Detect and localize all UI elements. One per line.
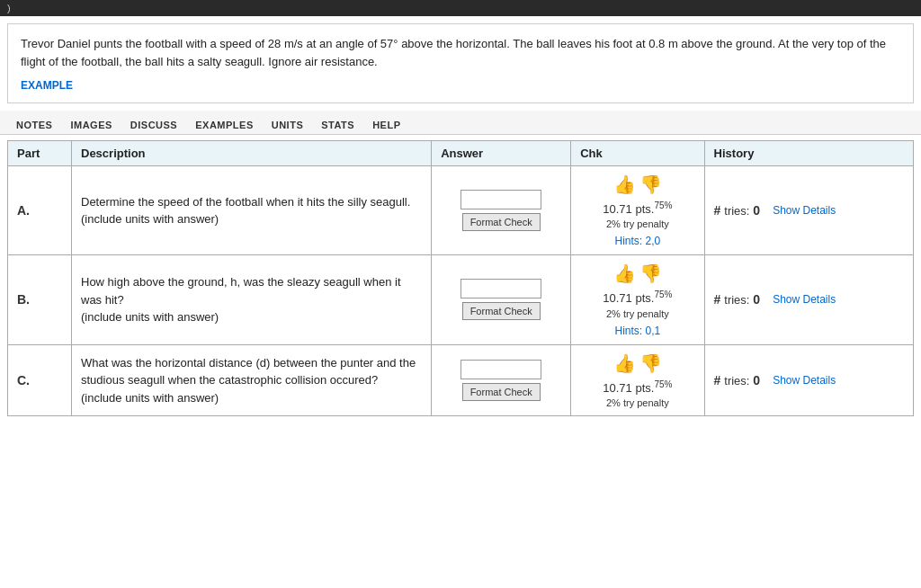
part-a-chk-cell: 👍 👎 10.71 pts.75% 2% try penalty Hints: … bbox=[571, 166, 704, 255]
tab-notes[interactable]: NOTES bbox=[7, 116, 61, 134]
tab-units[interactable]: UNITS bbox=[263, 116, 313, 134]
col-description: Description bbox=[72, 141, 432, 166]
part-b-description-text: How high above the ground, h, was the sl… bbox=[81, 275, 401, 324]
part-a-tries: # tries: 0 bbox=[714, 203, 761, 218]
part-b-history-cell: # tries: 0 Show Details bbox=[704, 255, 913, 344]
part-c-thumbs: 👍 👎 bbox=[613, 352, 662, 374]
part-b-format-check-button[interactable]: Format Check bbox=[462, 302, 541, 320]
tabs-bar: NOTES IMAGES DISCUSS EXAMPLES UNITS STAT… bbox=[0, 111, 921, 135]
part-a-format-check-button[interactable]: Format Check bbox=[462, 213, 541, 231]
part-b-description: How high above the ground, h, was the sl… bbox=[72, 255, 432, 344]
tab-stats[interactable]: STATS bbox=[312, 116, 363, 134]
col-history: History bbox=[704, 141, 913, 166]
part-b-tries: # tries: 0 bbox=[714, 292, 761, 307]
part-c-pts: 10.71 pts.75% bbox=[603, 379, 672, 395]
thumb-down-icon: 👎 bbox=[639, 352, 662, 374]
part-c-description: What was the horizontal distance (d) bet… bbox=[72, 344, 432, 415]
main-table: Part Description Answer Chk History A. D… bbox=[7, 140, 914, 416]
example-link[interactable]: EXAMPLE bbox=[21, 79, 900, 92]
part-b-label: B. bbox=[8, 255, 72, 344]
part-c-penalty: 2% try penalty bbox=[606, 397, 669, 408]
part-c-format-check-button[interactable]: Format Check bbox=[462, 383, 541, 401]
part-c-label: C. bbox=[8, 344, 72, 415]
part-b-penalty: 2% try penalty bbox=[606, 308, 669, 319]
part-b-pts: 10.71 pts.75% bbox=[603, 290, 672, 305]
problem-text: Trevor Daniel punts the football with a … bbox=[21, 35, 900, 70]
part-c-answer-input[interactable] bbox=[460, 360, 541, 379]
col-answer: Answer bbox=[432, 141, 571, 166]
part-c-chk-cell: 👍 👎 10.71 pts.75% 2% try penalty bbox=[571, 344, 704, 415]
part-a-answer-input[interactable] bbox=[460, 190, 541, 209]
part-b-chk-cell: 👍 👎 10.71 pts.75% 2% try penalty Hints: … bbox=[571, 255, 704, 344]
part-c-tries: # tries: 0 bbox=[714, 373, 761, 388]
part-b-hints-link[interactable]: Hints: 0,1 bbox=[615, 325, 661, 337]
part-c-history-cell: # tries: 0 Show Details bbox=[704, 344, 913, 415]
part-b-show-details-link[interactable]: Show Details bbox=[773, 293, 836, 306]
thumb-up-icon: 👍 bbox=[613, 352, 636, 374]
thumb-down-icon: 👎 bbox=[639, 174, 662, 195]
table-row: C. What was the horizontal distance (d) … bbox=[8, 344, 914, 415]
part-b-thumbs: 👍 👎 bbox=[613, 263, 662, 284]
part-a-answer-cell: Format Check bbox=[432, 166, 571, 255]
thumb-up-icon: 👍 bbox=[613, 263, 636, 284]
table-header-row: Part Description Answer Chk History bbox=[8, 141, 914, 166]
thumb-up-icon: 👍 bbox=[613, 174, 636, 195]
top-bar-text: ) bbox=[7, 3, 11, 13]
thumb-down-icon: 👎 bbox=[639, 263, 662, 284]
part-c-description-text: What was the horizontal distance (d) bet… bbox=[81, 356, 416, 405]
part-a-description-text: Determine the speed of the football when… bbox=[81, 195, 410, 227]
part-a-thumbs: 👍 👎 bbox=[613, 174, 662, 195]
tab-images[interactable]: IMAGES bbox=[61, 116, 121, 134]
part-a-history-cell: # tries: 0 Show Details bbox=[704, 166, 913, 255]
part-b-answer-input[interactable] bbox=[460, 279, 541, 298]
table-row: A. Determine the speed of the football w… bbox=[8, 166, 914, 255]
part-c-show-details-link[interactable]: Show Details bbox=[773, 374, 836, 387]
part-c-answer-cell: Format Check bbox=[432, 344, 571, 415]
tab-discuss[interactable]: DISCUSS bbox=[121, 116, 186, 134]
part-a-label: A. bbox=[8, 166, 72, 255]
problem-section: Trevor Daniel punts the football with a … bbox=[7, 23, 914, 103]
part-a-pts: 10.71 pts.75% bbox=[603, 200, 672, 216]
part-a-penalty: 2% try penalty bbox=[606, 218, 669, 229]
part-a-hints-link[interactable]: Hints: 2,0 bbox=[615, 235, 661, 247]
tab-examples[interactable]: EXAMPLES bbox=[186, 116, 263, 134]
part-a-show-details-link[interactable]: Show Details bbox=[773, 204, 836, 217]
tab-help[interactable]: HELP bbox=[363, 116, 409, 134]
part-a-description: Determine the speed of the football when… bbox=[72, 166, 432, 255]
top-bar: ) bbox=[0, 0, 921, 16]
table-row: B. How high above the ground, h, was the… bbox=[8, 255, 914, 344]
col-part: Part bbox=[8, 141, 72, 166]
part-b-answer-cell: Format Check bbox=[432, 255, 571, 344]
col-chk: Chk bbox=[571, 141, 704, 166]
